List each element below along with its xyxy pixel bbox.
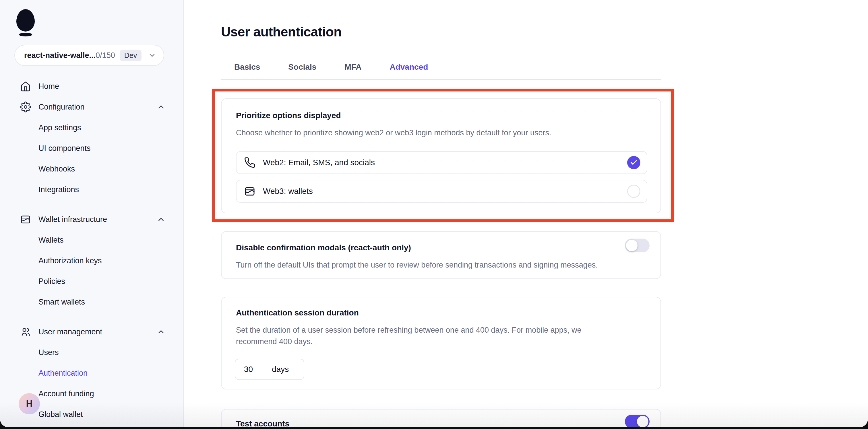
sidebar-item-label: Global wallet <box>38 410 83 419</box>
option-web2[interactable]: Web2: Email, SMS, and socials <box>236 151 647 174</box>
sidebar-item-label: Authorization keys <box>38 256 102 265</box>
card-title: Authentication session duration <box>236 308 359 318</box>
card-title: Prioritize options displayed <box>236 111 341 120</box>
sidebar-item-ui-components[interactable]: UI components <box>0 138 184 159</box>
option-label: Web3: wallets <box>263 187 313 196</box>
confirmation-modals-card: Disable confirmation modals (react-auth … <box>221 231 661 279</box>
sidebar-item-label: Authentication <box>38 369 88 378</box>
wallet-icon <box>244 186 255 197</box>
sidebar: react-native-walle... 0/150 Dev Home Con… <box>0 0 184 427</box>
option-label: Web2: Email, SMS, and socials <box>263 158 375 167</box>
sidebar-item-label: Configuration <box>38 103 85 111</box>
tab-basics[interactable]: Basics <box>234 63 260 72</box>
card-title: Disable confirmation modals (react-auth … <box>236 243 411 252</box>
chevron-up-icon <box>157 103 165 111</box>
sidebar-item-label: Smart wallets <box>38 298 85 306</box>
sidebar-item-label: App settings <box>38 123 81 132</box>
tabs-divider <box>221 79 661 80</box>
tab-bar: Basics Socials MFA Advanced <box>234 63 428 72</box>
sidebar-item-label: User management <box>38 328 102 336</box>
tab-mfa[interactable]: MFA <box>344 63 361 72</box>
sidebar-item-smart-wallets[interactable]: Smart wallets <box>0 292 184 312</box>
gear-icon <box>20 101 31 112</box>
card-description: Set the duration of a user session befor… <box>236 324 621 347</box>
sidebar-item-webhooks[interactable]: Webhooks <box>0 159 184 179</box>
home-icon <box>20 81 31 92</box>
sidebar-item-label: Wallet infrastructure <box>38 215 107 224</box>
sidebar-item-users[interactable]: Users <box>0 342 184 363</box>
sidebar-item-home[interactable]: Home <box>0 76 184 97</box>
sidebar-item-label: Home <box>38 82 59 91</box>
avatar-letter: H <box>26 399 32 409</box>
test-accounts-toggle[interactable] <box>625 415 650 427</box>
privy-logo-icon <box>17 9 35 37</box>
tab-advanced[interactable]: Advanced <box>390 63 428 72</box>
prioritize-options-card: Prioritize options displayed Choose whet… <box>221 98 661 213</box>
sidebar-item-authorization-keys[interactable]: Authorization keys <box>0 250 184 271</box>
session-duration-unit: days <box>272 365 289 374</box>
radio-selected-icon[interactable] <box>627 156 640 169</box>
page-title: User authentication <box>221 24 342 40</box>
tab-socials[interactable]: Socials <box>288 63 316 72</box>
chevron-up-icon <box>157 328 165 336</box>
sidebar-item-configuration[interactable]: Configuration <box>0 97 184 117</box>
chevron-down-icon <box>148 51 156 59</box>
session-duration-input[interactable]: 30 days <box>235 359 304 380</box>
option-web3[interactable]: Web3: wallets <box>236 180 647 203</box>
radio-unselected-icon[interactable] <box>627 185 640 198</box>
sidebar-item-label: Webhooks <box>38 165 75 173</box>
sidebar-item-label: Policies <box>38 277 65 286</box>
project-usage: 0/150 <box>96 51 115 60</box>
sidebar-nav: Home Configuration App settings UI compo… <box>0 76 184 425</box>
card-description: Choose whether to prioritize showing web… <box>236 127 551 138</box>
sidebar-item-user-management[interactable]: User management <box>0 322 184 342</box>
session-duration-card: Authentication session duration Set the … <box>221 297 661 389</box>
card-description: Turn off the default UIs that prompt the… <box>236 259 598 271</box>
project-name: react-native-walle... <box>24 51 96 60</box>
session-duration-value: 30 <box>244 365 253 374</box>
test-accounts-card: Test accounts <box>221 409 661 427</box>
sidebar-item-label: Users <box>38 348 59 357</box>
users-icon <box>20 326 31 337</box>
sidebar-item-integrations[interactable]: Integrations <box>0 179 184 200</box>
sidebar-item-wallet-infrastructure[interactable]: Wallet infrastructure <box>0 209 184 230</box>
sidebar-item-wallets[interactable]: Wallets <box>0 230 184 250</box>
sidebar-item-label: Wallets <box>38 236 64 244</box>
env-badge: Dev <box>120 50 142 61</box>
phone-icon <box>244 157 255 168</box>
sidebar-item-label: Integrations <box>38 185 79 194</box>
confirmation-modals-toggle[interactable] <box>625 239 650 252</box>
app-window: react-native-walle... 0/150 Dev Home Con… <box>0 0 868 427</box>
sidebar-item-label: Account funding <box>38 389 94 398</box>
user-avatar[interactable]: H <box>19 393 40 415</box>
chevron-up-icon <box>157 215 165 224</box>
wallet-icon <box>20 214 31 225</box>
sidebar-item-policies[interactable]: Policies <box>0 271 184 292</box>
sidebar-item-authentication[interactable]: Authentication <box>0 363 184 384</box>
sidebar-item-app-settings[interactable]: App settings <box>0 117 184 138</box>
sidebar-item-label: UI components <box>38 144 91 153</box>
project-selector[interactable]: react-native-walle... 0/150 Dev <box>14 45 164 66</box>
card-title: Test accounts <box>236 419 289 427</box>
